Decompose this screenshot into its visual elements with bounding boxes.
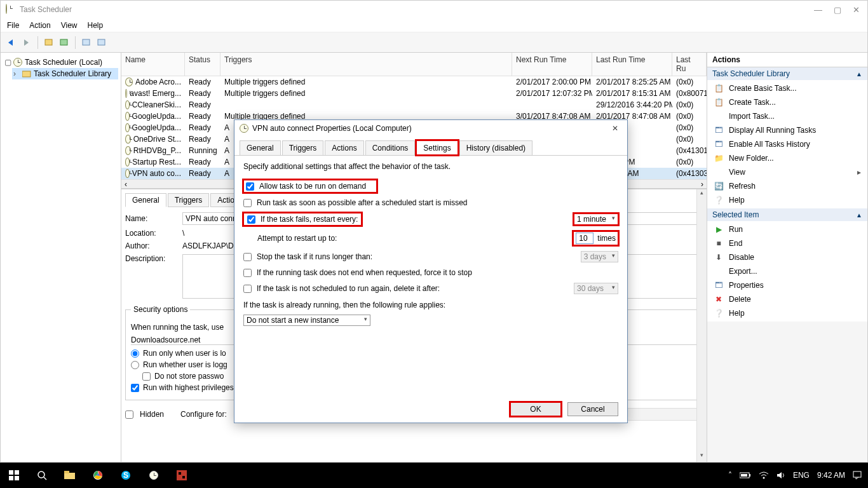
- run-asap-check[interactable]: [243, 199, 252, 207]
- start-button[interactable]: [0, 463, 28, 488]
- rule-combo[interactable]: Do not start a new instance: [243, 315, 370, 326]
- app-icon: [6, 4, 16, 15]
- taskbar-chrome[interactable]: [84, 463, 112, 488]
- no-store-password-label: Do not store passwo: [154, 372, 224, 381]
- svg-point-23: [763, 477, 764, 479]
- minimize-button[interactable]: —: [814, 5, 822, 15]
- allow-demand-check[interactable]: [246, 182, 254, 191]
- times-label: times: [597, 234, 616, 243]
- toolbar-icon-3[interactable]: [79, 36, 93, 50]
- dialog-tab-settings[interactable]: Settings: [416, 140, 458, 155]
- menu-help[interactable]: Help: [88, 21, 104, 30]
- run-whether-radio[interactable]: [131, 361, 139, 369]
- clock-icon: [125, 146, 131, 155]
- taskbar-skype[interactable]: S: [112, 463, 140, 488]
- attempt-count-input[interactable]: 10: [576, 233, 593, 244]
- selected-action-disable[interactable]: ⬇Disable: [707, 250, 867, 264]
- properties-dialog: VPN auto connect Properties (Local Compu…: [234, 119, 628, 423]
- tray-battery-icon[interactable]: [740, 472, 751, 478]
- taskbar-explorer[interactable]: [56, 463, 84, 488]
- clock-icon: [125, 78, 133, 86]
- close-button[interactable]: ✕: [853, 5, 860, 15]
- location-label: Location:: [125, 229, 176, 238]
- menu-view[interactable]: View: [61, 21, 78, 30]
- restart-label: If the task fails, restart every:: [261, 215, 358, 224]
- tray-chevron-icon[interactable]: ˄: [728, 471, 732, 480]
- dialog-tab-actions[interactable]: Actions: [325, 140, 363, 155]
- tray-volume-icon[interactable]: [776, 471, 785, 479]
- selected-action-export[interactable]: Export...: [707, 264, 867, 278]
- taskbar-scheduler[interactable]: [140, 463, 168, 488]
- toolbar-icon-1[interactable]: [42, 36, 56, 50]
- vertical-scrollbar[interactable]: ▴▾: [696, 189, 707, 462]
- actions-header: Actions: [707, 53, 867, 67]
- svg-rect-1: [60, 39, 67, 45]
- tray-time[interactable]: 9:42 AM: [817, 471, 845, 480]
- details-tab-triggers[interactable]: Triggers: [168, 193, 210, 207]
- actions-section-library[interactable]: Task Scheduler Library▲: [707, 67, 867, 80]
- dialog-close-button[interactable]: ✕: [608, 124, 622, 133]
- selected-action-end[interactable]: ■End: [707, 236, 867, 250]
- task-row[interactable]: Adobe Acro... Ready Multiple triggers de…: [121, 76, 707, 88]
- col-name[interactable]: Name: [121, 53, 185, 76]
- action-import-task[interactable]: Import Task...: [707, 109, 867, 123]
- back-button[interactable]: [4, 36, 18, 50]
- no-store-password-check[interactable]: [142, 372, 151, 381]
- action-create-task[interactable]: 📋Create Task...: [707, 95, 867, 109]
- toolbar-icon-2[interactable]: [57, 36, 71, 50]
- action-help[interactable]: ❔Help: [707, 193, 867, 207]
- delete-after-check[interactable]: [243, 285, 252, 293]
- actions-section-selected[interactable]: Selected Item▲: [707, 208, 867, 221]
- force-stop-check[interactable]: [243, 269, 252, 277]
- tree-library[interactable]: › Task Scheduler Library: [12, 68, 118, 79]
- restart-interval-combo[interactable]: 1 minute: [574, 214, 618, 225]
- attempt-label: Attempt to restart up to:: [257, 234, 337, 243]
- tray-wifi-icon[interactable]: [759, 471, 769, 479]
- toolbar-icon-4[interactable]: [95, 36, 109, 50]
- action-new-folder[interactable]: 📁New Folder...: [707, 151, 867, 165]
- description-label: Description:: [125, 254, 176, 263]
- col-status[interactable]: Status: [185, 53, 220, 76]
- selected-action-properties[interactable]: 🗔Properties: [707, 278, 867, 292]
- task-row[interactable]: CCleanerSki... Ready 29/12/2016 3:44:20 …: [121, 99, 707, 111]
- search-button[interactable]: [28, 463, 56, 488]
- cancel-button[interactable]: Cancel: [567, 402, 618, 416]
- highest-privileges-check[interactable]: [131, 384, 139, 392]
- taskbar: S ˄ ENG 9:42 AM: [0, 463, 868, 488]
- action-view[interactable]: View▸: [707, 165, 867, 179]
- action-display-all-running-tasks[interactable]: 🗔Display All Running Tasks: [707, 123, 867, 137]
- run-logged-on-radio[interactable]: [131, 349, 139, 358]
- dialog-tab-triggers[interactable]: Triggers: [282, 140, 324, 155]
- maximize-button[interactable]: ▢: [834, 5, 841, 15]
- details-tab-general[interactable]: General: [125, 193, 166, 207]
- forward-button[interactable]: [20, 36, 34, 50]
- menu-action[interactable]: Action: [29, 21, 50, 30]
- selected-action-delete[interactable]: ✖Delete: [707, 292, 867, 306]
- col-result[interactable]: Last Ru: [672, 53, 707, 76]
- dialog-tab-history[interactable]: History (disabled): [459, 140, 532, 155]
- tray-lang[interactable]: ENG: [793, 471, 810, 480]
- action-enable-all-tasks-history[interactable]: 🗔Enable All Tasks History: [707, 137, 867, 151]
- hidden-check[interactable]: [125, 410, 133, 419]
- stop-longer-check[interactable]: [243, 253, 252, 261]
- col-triggers[interactable]: Triggers: [220, 53, 512, 76]
- action-create-basic-task[interactable]: 📋Create Basic Task...: [707, 81, 867, 95]
- selected-action-help[interactable]: ❔Help: [707, 306, 867, 320]
- selected-action-run[interactable]: ▶Run: [707, 222, 867, 236]
- col-last[interactable]: Last Run Time: [592, 53, 672, 76]
- actions-pane: Actions Task Scheduler Library▲ 📋Create …: [707, 53, 867, 462]
- ok-button[interactable]: OK: [510, 402, 561, 416]
- menu-file[interactable]: File: [7, 21, 19, 30]
- name-label: Name:: [125, 214, 176, 223]
- task-row[interactable]: avast! Emerg... Ready Multiple triggers …: [121, 88, 707, 99]
- taskbar-app[interactable]: [168, 463, 196, 488]
- nav-tree: ▢ Task Scheduler (Local) › Task Schedule…: [1, 53, 121, 462]
- action-refresh[interactable]: 🔄Refresh: [707, 179, 867, 193]
- toolbar: [1, 32, 867, 53]
- col-next[interactable]: Next Run Time: [512, 53, 592, 76]
- tray-notifications-icon[interactable]: [853, 471, 862, 480]
- restart-check[interactable]: [247, 215, 255, 224]
- dialog-tab-general[interactable]: General: [240, 140, 281, 155]
- tree-root[interactable]: ▢ Task Scheduler (Local): [3, 57, 118, 68]
- dialog-tab-conditions[interactable]: Conditions: [365, 140, 416, 155]
